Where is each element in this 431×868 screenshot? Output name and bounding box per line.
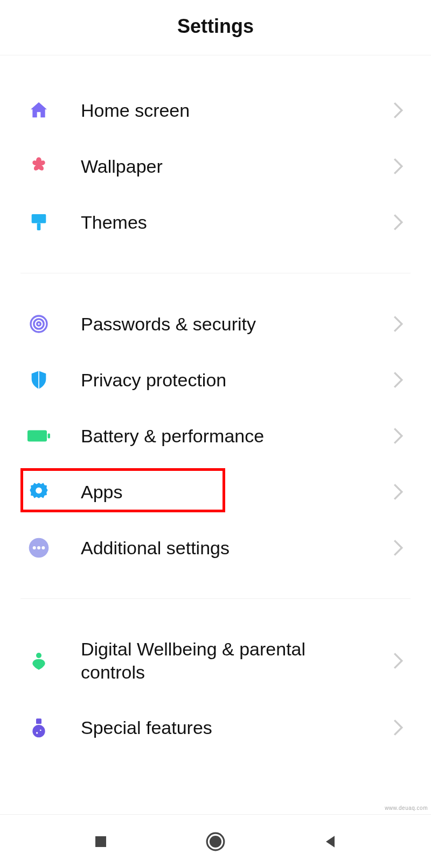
settings-item-digital-wellbeing[interactable]: Digital Wellbeing & parental controls: [0, 622, 431, 700]
settings-group: Digital Wellbeing & parental controls Sp…: [0, 599, 431, 778]
recent-apps-button[interactable]: [79, 820, 122, 863]
svg-point-12: [36, 653, 41, 658]
settings-item-label: Themes: [81, 211, 392, 234]
settings-item-additional-settings[interactable]: Additional settings: [0, 520, 431, 576]
chevron-right-icon: [392, 718, 404, 737]
settings-item-label: Additional settings: [81, 537, 392, 560]
svg-point-9: [33, 546, 36, 549]
settings-group: Passwords & security Privacy protection …: [0, 273, 431, 598]
svg-point-14: [32, 725, 45, 737]
svg-rect-13: [36, 718, 41, 724]
chevron-right-icon: [392, 371, 404, 389]
chevron-right-icon: [392, 101, 404, 119]
chevron-right-icon: [392, 483, 404, 501]
brush-icon: [27, 210, 51, 234]
settings-item-special-features[interactable]: Special features: [0, 700, 431, 756]
settings-item-label: Wallpaper: [81, 155, 392, 178]
svg-rect-5: [27, 431, 47, 442]
page-title: Settings: [0, 15, 431, 38]
settings-item-label: Special features: [81, 716, 392, 739]
settings-item-privacy-protection[interactable]: Privacy protection: [0, 352, 431, 408]
settings-item-label: Passwords & security: [81, 313, 392, 336]
svg-point-16: [40, 730, 41, 731]
settings-item-passwords-security[interactable]: Passwords & security: [0, 296, 431, 352]
settings-item-battery-performance[interactable]: Battery & performance: [0, 408, 431, 464]
settings-item-apps[interactable]: Apps: [0, 464, 431, 520]
svg-point-10: [37, 546, 40, 549]
wellbeing-icon: [27, 649, 51, 673]
svg-point-4: [37, 322, 41, 326]
settings-item-label: Privacy protection: [81, 369, 392, 392]
svg-rect-0: [32, 214, 46, 223]
settings-item-label: Home screen: [81, 99, 392, 122]
svg-point-15: [36, 732, 38, 733]
svg-rect-6: [48, 434, 51, 439]
home-button[interactable]: [194, 820, 237, 863]
chevron-right-icon: [392, 539, 404, 557]
svg-rect-17: [95, 836, 106, 847]
settings-item-wallpaper[interactable]: Wallpaper: [0, 138, 431, 194]
navigation-bar: [0, 814, 431, 868]
flask-icon: [27, 716, 51, 739]
settings-list: Home screen Wallpaper Themes: [0, 55, 431, 814]
shield-icon: [27, 368, 51, 392]
flower-icon: [27, 154, 51, 178]
dots-icon: [27, 536, 51, 560]
home-icon: [27, 98, 51, 122]
svg-point-7: [36, 488, 42, 494]
chevron-right-icon: [392, 427, 404, 445]
gear-icon: [27, 480, 51, 504]
chevron-right-icon: [392, 157, 404, 175]
settings-item-label: Digital Wellbeing & parental controls: [81, 638, 392, 683]
svg-rect-1: [37, 223, 41, 230]
settings-group: Home screen Wallpaper Themes: [0, 55, 431, 273]
settings-item-label: Battery & performance: [81, 425, 392, 448]
settings-item-themes[interactable]: Themes: [0, 194, 431, 250]
watermark: www.deuaq.com: [385, 805, 428, 811]
chevron-right-icon: [392, 213, 404, 231]
svg-point-3: [34, 319, 44, 329]
battery-icon: [27, 424, 51, 448]
fingerprint-icon: [27, 312, 51, 336]
back-button[interactable]: [309, 820, 352, 863]
chevron-right-icon: [392, 315, 404, 333]
settings-item-home-screen[interactable]: Home screen: [0, 82, 431, 138]
settings-item-label: Apps: [81, 481, 392, 504]
header: Settings: [0, 0, 431, 55]
svg-point-19: [210, 836, 220, 846]
chevron-right-icon: [392, 652, 404, 670]
svg-point-11: [41, 546, 45, 549]
